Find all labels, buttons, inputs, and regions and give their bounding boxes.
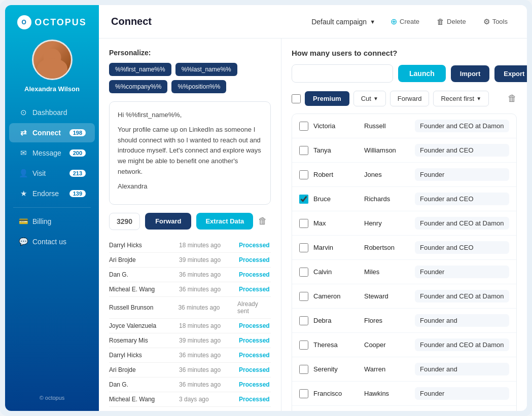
tools-button[interactable]: ⚙ Tools	[476, 14, 515, 30]
create-button[interactable]: ⊕ Create	[383, 13, 427, 30]
user-title: Founder	[415, 266, 509, 278]
log-time: 18 minutes ago	[179, 322, 235, 329]
sidebar-item-contact[interactable]: 💬 Contact us	[9, 232, 95, 251]
user-checkbox[interactable]	[299, 219, 308, 228]
table-row: Tanya Williamson Founder and CEO	[292, 138, 516, 163]
log-time: 3 days ago	[179, 396, 235, 403]
sidebar-item-dashboard[interactable]: ⊙ Dashboard	[9, 103, 95, 122]
filter-premium-button[interactable]: Premium	[305, 91, 349, 106]
sidebar-item-visit[interactable]: 👤 Visit 213	[9, 164, 95, 183]
visit-badge: 213	[69, 170, 86, 177]
log-status: Processed	[239, 242, 270, 249]
log-status: Processed	[239, 381, 270, 388]
user-first-name: Bruce	[313, 195, 359, 203]
table-row: Max Henry Founder and CEO at Damon	[292, 211, 516, 236]
tag-last-name[interactable]: %%last_name%%	[175, 63, 237, 76]
action-row: 3290 Forward Extract Data 🗑	[109, 213, 271, 230]
table-row: Victoria Russell Founder and CEO at Damo…	[292, 114, 516, 138]
message-badge: 200	[69, 149, 86, 157]
connect-icon: ⇄	[18, 128, 28, 137]
contact-icon: 💬	[18, 237, 28, 246]
user-last-name: Henry	[364, 219, 410, 227]
sidebar-item-billing[interactable]: 💳 Billing	[9, 212, 95, 231]
filter-cut-button[interactable]: Cut ▼	[353, 91, 386, 106]
user-checkbox[interactable]	[299, 195, 308, 204]
user-first-name: Cameron	[313, 292, 359, 300]
user-title: Founder and CEO	[415, 193, 509, 205]
message-box[interactable]: Hi %%first_name%%, Your profile came up …	[109, 101, 271, 205]
log-item: Dan G. 36 minutes ago Processed	[109, 377, 271, 392]
log-name: Ari Brojde	[109, 256, 175, 263]
user-checkbox[interactable]	[299, 268, 308, 277]
personalize-label: Personalize:	[109, 49, 271, 57]
user-first-name: Marvin	[313, 244, 359, 251]
export-button[interactable]: Export	[494, 65, 527, 82]
log-item: Joyce Valenzuela 18 minutes ago Processe…	[109, 319, 271, 333]
user-checkbox[interactable]	[299, 170, 308, 179]
log-time: 39 minutes ago	[179, 337, 235, 344]
log-status: Processed	[239, 271, 270, 278]
filter-trash-button[interactable]: 🗑	[508, 93, 517, 104]
trash-icon: 🗑	[437, 17, 444, 26]
user-title: Founder	[415, 168, 509, 181]
user-last-name: Flores	[364, 317, 410, 324]
message-icon: ✉	[18, 148, 28, 158]
forward-button[interactable]: Forward	[145, 213, 191, 230]
sidebar-username: Alexandra Wilson	[24, 85, 80, 93]
message-body: Your profile came up on LinkedIn as some…	[118, 125, 262, 177]
log-name: Dan G.	[109, 271, 175, 278]
header: Connect Default campaign ▼ ⊕ Create 🗑 De…	[99, 5, 527, 39]
user-checkbox[interactable]	[299, 122, 308, 131]
endorse-badge: 139	[69, 190, 86, 197]
log-item: Darryl Hicks 36 minutes ago Processed	[109, 348, 271, 363]
user-checkbox[interactable]	[299, 341, 308, 350]
user-first-name: Francisco	[313, 390, 359, 397]
logo-icon: O	[17, 15, 31, 29]
import-button[interactable]: Import	[451, 65, 489, 82]
filter-recent-button[interactable]: Recent first ▼	[433, 91, 489, 106]
filter-forward-button[interactable]: Forward	[390, 91, 430, 106]
endorse-icon: ★	[18, 189, 28, 198]
sidebar-item-endorse[interactable]: ★ Endorse 139	[9, 184, 95, 203]
user-checkbox[interactable]	[299, 389, 308, 398]
select-all-checkbox[interactable]	[292, 94, 301, 103]
log-time: 18 minutes ago	[179, 242, 235, 249]
delete-action-button[interactable]: 🗑	[258, 216, 267, 226]
tag-company[interactable]: %%company%%	[109, 80, 167, 93]
log-name: Micheal E. Wang	[109, 396, 175, 403]
launch-button[interactable]: Launch	[398, 65, 446, 82]
table-row: Wade Howard Founder	[292, 406, 516, 411]
tag-position[interactable]: %%position%%	[171, 80, 226, 93]
table-row: Serenity Warren Founder and	[292, 357, 516, 382]
user-checkbox[interactable]	[299, 292, 308, 301]
visit-icon: 👤	[18, 169, 28, 178]
delete-button[interactable]: 🗑 Delete	[430, 14, 473, 29]
log-list: Darryl Hicks 18 minutes ago Processed Ar…	[109, 238, 271, 411]
user-list: Victoria Russell Founder and CEO at Damo…	[292, 114, 517, 411]
extract-data-button[interactable]: Extract Data	[196, 213, 253, 230]
user-last-name: Robertson	[364, 244, 410, 251]
user-checkbox[interactable]	[299, 243, 308, 252]
log-time: 36 minutes ago	[179, 352, 235, 359]
user-checkbox[interactable]	[299, 365, 308, 374]
tag-first-name[interactable]: %%first_name%%	[109, 63, 171, 76]
user-checkbox[interactable]	[299, 146, 308, 155]
sidebar-item-message[interactable]: ✉ Message 200	[9, 143, 95, 163]
log-status: Processed	[239, 337, 270, 344]
log-time: 36 minutes ago	[179, 271, 235, 278]
connect-count-input[interactable]	[292, 64, 393, 83]
right-panel: How many users to connect? Launch Import…	[281, 39, 527, 411]
user-last-name: Steward	[364, 292, 410, 300]
log-item: Rosemary Mis 39 minutes ago Processed	[109, 333, 271, 348]
gear-icon: ⚙	[483, 17, 490, 26]
message-signature: Alexandra	[118, 181, 262, 192]
sidebar-item-connect[interactable]: ⇄ Connect 198	[9, 123, 95, 142]
campaign-selector[interactable]: Default campaign ▼	[311, 18, 375, 26]
log-name: Russell Brunson	[109, 304, 174, 311]
log-item: Dan G. 36 minutes ago Processed	[109, 268, 271, 282]
user-checkbox[interactable]	[299, 316, 308, 325]
log-name: Joyce Valenzuela	[109, 322, 175, 329]
log-status: Processed	[239, 322, 270, 329]
user-title: Founder and CEO at Damon	[415, 338, 509, 351]
table-row: Debra Flores Founder and	[292, 309, 516, 333]
